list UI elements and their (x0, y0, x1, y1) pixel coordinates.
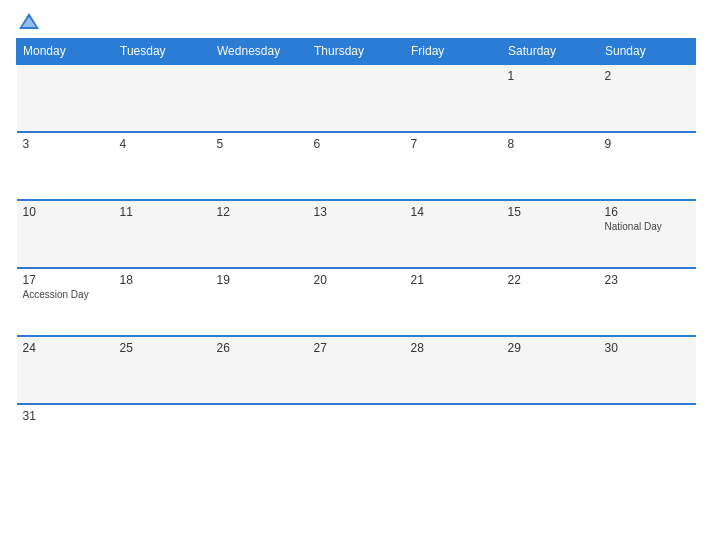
calendar-cell: 26 (211, 336, 308, 404)
weekday-header-monday: Monday (17, 39, 114, 65)
day-number: 1 (508, 69, 593, 83)
weekday-header-row: MondayTuesdayWednesdayThursdayFridaySatu… (17, 39, 696, 65)
day-number: 14 (411, 205, 496, 219)
holiday-label: Accession Day (23, 289, 108, 300)
calendar-cell: 15 (502, 200, 599, 268)
calendar-cell (599, 404, 696, 472)
calendar-cell: 19 (211, 268, 308, 336)
calendar-table: MondayTuesdayWednesdayThursdayFridaySatu… (16, 38, 696, 472)
day-number: 29 (508, 341, 593, 355)
day-number: 5 (217, 137, 302, 151)
calendar-cell: 21 (405, 268, 502, 336)
day-number: 2 (605, 69, 690, 83)
calendar-cell: 13 (308, 200, 405, 268)
calendar-cell (211, 64, 308, 132)
day-number: 6 (314, 137, 399, 151)
calendar-cell: 20 (308, 268, 405, 336)
week-row-2: 3456789 (17, 132, 696, 200)
week-row-5: 24252627282930 (17, 336, 696, 404)
day-number: 18 (120, 273, 205, 287)
logo-icon (18, 12, 40, 30)
day-number: 3 (23, 137, 108, 151)
weekday-header-saturday: Saturday (502, 39, 599, 65)
week-row-4: 17Accession Day181920212223 (17, 268, 696, 336)
calendar-cell (405, 404, 502, 472)
calendar-cell: 18 (114, 268, 211, 336)
calendar-cell: 25 (114, 336, 211, 404)
calendar-cell (114, 64, 211, 132)
day-number: 9 (605, 137, 690, 151)
day-number: 28 (411, 341, 496, 355)
calendar-cell: 10 (17, 200, 114, 268)
day-number: 25 (120, 341, 205, 355)
day-number: 15 (508, 205, 593, 219)
calendar-cell: 30 (599, 336, 696, 404)
calendar-cell: 1 (502, 64, 599, 132)
day-number: 20 (314, 273, 399, 287)
day-number: 8 (508, 137, 593, 151)
calendar-header (16, 12, 696, 30)
calendar-cell: 16National Day (599, 200, 696, 268)
day-number: 31 (23, 409, 108, 423)
calendar-cell: 5 (211, 132, 308, 200)
day-number: 24 (23, 341, 108, 355)
week-row-3: 10111213141516National Day (17, 200, 696, 268)
day-number: 27 (314, 341, 399, 355)
day-number: 7 (411, 137, 496, 151)
week-row-6: 31 (17, 404, 696, 472)
weekday-header-wednesday: Wednesday (211, 39, 308, 65)
weekday-header-tuesday: Tuesday (114, 39, 211, 65)
calendar-cell: 27 (308, 336, 405, 404)
day-number: 23 (605, 273, 690, 287)
day-number: 21 (411, 273, 496, 287)
day-number: 19 (217, 273, 302, 287)
calendar-cell: 6 (308, 132, 405, 200)
day-number: 16 (605, 205, 690, 219)
holiday-label: National Day (605, 221, 690, 232)
calendar-cell: 4 (114, 132, 211, 200)
weekday-header-sunday: Sunday (599, 39, 696, 65)
calendar-cell: 28 (405, 336, 502, 404)
day-number: 17 (23, 273, 108, 287)
day-number: 10 (23, 205, 108, 219)
calendar-cell (308, 64, 405, 132)
calendar-cell: 3 (17, 132, 114, 200)
calendar-page: MondayTuesdayWednesdayThursdayFridaySatu… (0, 0, 712, 550)
calendar-cell (211, 404, 308, 472)
calendar-cell: 8 (502, 132, 599, 200)
calendar-cell (308, 404, 405, 472)
day-number: 12 (217, 205, 302, 219)
day-number: 30 (605, 341, 690, 355)
day-number: 13 (314, 205, 399, 219)
calendar-cell (114, 404, 211, 472)
calendar-cell: 11 (114, 200, 211, 268)
calendar-cell: 23 (599, 268, 696, 336)
calendar-cell (405, 64, 502, 132)
calendar-cell: 17Accession Day (17, 268, 114, 336)
calendar-cell (17, 64, 114, 132)
week-row-1: 12 (17, 64, 696, 132)
day-number: 11 (120, 205, 205, 219)
calendar-cell: 12 (211, 200, 308, 268)
calendar-cell: 29 (502, 336, 599, 404)
calendar-cell (502, 404, 599, 472)
calendar-cell: 2 (599, 64, 696, 132)
calendar-cell: 7 (405, 132, 502, 200)
logo (16, 12, 42, 30)
day-number: 26 (217, 341, 302, 355)
weekday-header-thursday: Thursday (308, 39, 405, 65)
calendar-cell: 22 (502, 268, 599, 336)
calendar-cell: 31 (17, 404, 114, 472)
weekday-header-friday: Friday (405, 39, 502, 65)
day-number: 22 (508, 273, 593, 287)
calendar-cell: 14 (405, 200, 502, 268)
calendar-cell: 9 (599, 132, 696, 200)
calendar-cell: 24 (17, 336, 114, 404)
day-number: 4 (120, 137, 205, 151)
